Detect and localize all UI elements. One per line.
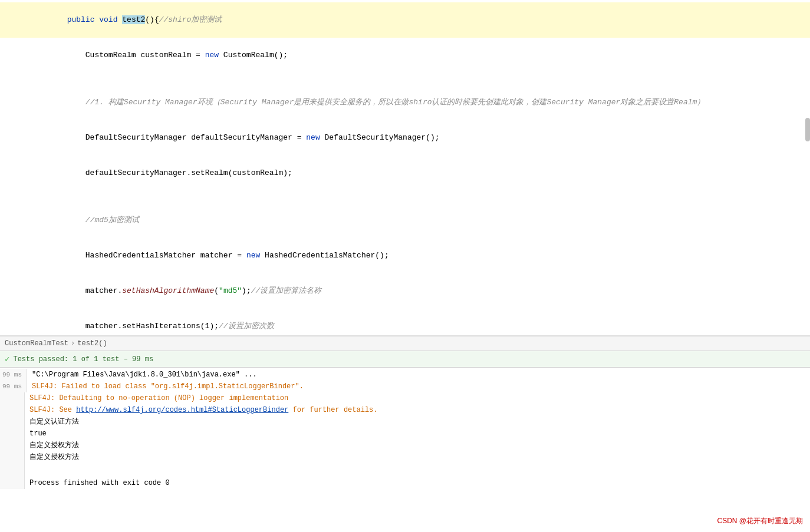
console-line: SLF4J: See http://www.slf4j.org/codes.ht… [0, 404, 810, 416]
code-line [0, 73, 810, 85]
code-line: //1. 构建Security Manager环境（Security Manag… [0, 85, 810, 120]
breadcrumb-class: CustomRealmTest [5, 339, 68, 348]
slf4j-link[interactable]: http://www.slf4j.org/codes.html#StaticLo… [76, 406, 288, 414]
test-results-text: Tests passed: 1 of 1 test – 99 ms [13, 355, 153, 364]
console-line: 99 ms "C:\Program Files\Java\jdk1.8.0_30… [0, 369, 810, 381]
breadcrumb: CustomRealmTest › test2() [0, 336, 810, 351]
test-results-bar: ✓ Tests passed: 1 of 1 test – 99 ms [0, 351, 810, 368]
code-content: public void test2(){//shiro加密测试 CustomRe… [0, 0, 810, 336]
watermark: CSDN @花开有时重逢无期 [717, 516, 803, 526]
breadcrumb-separator: › [71, 339, 75, 348]
console-output: 99 ms "C:\Program Files\Java\jdk1.8.0_30… [0, 368, 810, 532]
console-line [0, 463, 810, 475]
code-line: //md5加密测试 [0, 203, 810, 238]
code-line: matcher.setHashAlgorithmName("md5");//设置… [0, 273, 810, 309]
console-line: SLF4J: Defaulting to no-operation (NOP) … [0, 392, 810, 404]
code-line: public void test2(){//shiro加密测试 [0, 2, 810, 38]
code-editor: public void test2(){//shiro加密测试 CustomRe… [0, 0, 810, 336]
breadcrumb-method: test2() [77, 339, 107, 348]
console-process-finished: Process finished with exit code 0 [0, 475, 810, 489]
console-line: 自定义授权方法 [0, 440, 810, 451]
code-line: matcher.setHashIterations(1);//设置加密次数 [0, 309, 810, 336]
code-line [0, 191, 810, 203]
code-line: DefaultSecurityManager defaultSecurityMa… [0, 120, 810, 156]
console-line: 99 ms SLF4J: Failed to load class "org.s… [0, 381, 810, 392]
test-pass-icon: ✓ [5, 354, 9, 364]
code-line: defaultSecurityManager.setRealm(customRe… [0, 156, 810, 191]
code-line: HashedCredentialsMatcher matcher = new H… [0, 238, 810, 273]
console-line: true [0, 428, 810, 440]
code-line: CustomRealm customRealm = new CustomReal… [0, 38, 810, 73]
scrollbar[interactable] [805, 118, 810, 141]
console-line: 自定义认证方法 [0, 416, 810, 428]
console-line: 自定义授权方法 [0, 451, 810, 463]
